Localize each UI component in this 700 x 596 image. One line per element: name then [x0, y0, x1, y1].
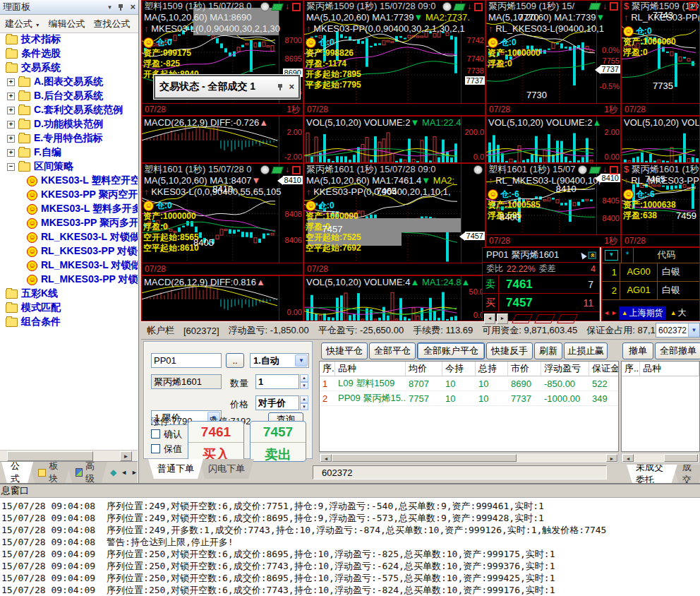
codes-row[interactable]: 1AG00白银 — [602, 263, 699, 282]
tree-folder[interactable]: 组合条件 — [0, 315, 138, 329]
tree-folder[interactable]: +C.套利交易系统范例 — [0, 103, 138, 117]
trade-status-dialog[interactable]: 交易状态 - 全部成交 1 × — [154, 75, 300, 99]
tree-expand-icon[interactable]: + — [7, 93, 15, 100]
sidebar-tab-板块[interactable]: 板块 — [29, 462, 71, 483]
tree-folder[interactable]: 五彩K线 — [0, 287, 138, 301]
checkbox[interactable] — [151, 444, 160, 453]
chart-panel[interactable]: 聚丙烯1509 (1秒) 15/MA(5,10,20,60) MA1:7739▼… — [485, 0, 621, 116]
sell-button[interactable]: 7457 卖出 — [250, 421, 306, 462]
chart-subpane[interactable]: MACD(26,12,9) DIFF:-0.726▲2.00-2.00 — [141, 116, 303, 163]
filter-icon[interactable]: ▼ — [605, 250, 618, 261]
tree-strategy[interactable]: ☺RL_KKES03-L 对锁做多塑 — [0, 230, 138, 244]
page-left-icon[interactable]: ◄ — [484, 314, 495, 324]
tree-strategy[interactable]: ☺KKES03-PP 聚丙空开空平 — [0, 188, 138, 202]
restore-icon[interactable] — [474, 3, 483, 11]
quote-buy-row[interactable]: 买 7457 11 — [483, 293, 599, 311]
quote-panel[interactable]: PP01 聚丙烯1601 » 委比 22.22% 委差 4 卖 7461 7 买… — [482, 247, 600, 321]
chart-panel[interactable]: 聚丙烯1601 (1秒) 15/07/28 09:0MA(5,10,20,60)… — [303, 163, 485, 275]
chevrons-up-icon[interactable]: » — [588, 251, 596, 258]
tab-shape[interactable] — [557, 314, 578, 323]
panel-dropdown-icon[interactable]: ▼ — [107, 4, 112, 11]
chart-subpane[interactable]: VOL(5,10,20) VOLUME:4▲ MA1:24.8▲50.00.0 — [303, 275, 485, 321]
tree-expand-icon[interactable]: + — [7, 121, 15, 129]
action-button-全部账户平仓[interactable]: 全部账户平仓 — [417, 342, 485, 359]
action-button-快捷平仓[interactable]: 快捷平仓 — [321, 342, 368, 359]
scroll-right-icon[interactable]: ► — [120, 451, 132, 461]
code-input[interactable] — [151, 353, 222, 368]
restore-icon[interactable] — [292, 3, 301, 11]
tree-expand-icon[interactable]: − — [7, 163, 15, 171]
tree-strategy[interactable]: ☺MKES03-L 塑料多开多平 — [0, 202, 138, 216]
scroll-left-icon[interactable]: ◄ — [622, 454, 634, 462]
send-down-icon[interactable]: ↓ — [285, 3, 289, 11]
close-icon[interactable]: × — [289, 83, 294, 90]
chart-panel[interactable]: 塑料1601 (1秒) 15/07↑ RL_MKES03-L(90400,10,… — [485, 163, 621, 247]
menu-edit-formula[interactable]: 编辑公式 — [49, 18, 85, 30]
tree-expand-icon[interactable]: + — [7, 149, 15, 157]
price-stepper[interactable]: ▲▼ — [300, 395, 308, 410]
tree-folder[interactable]: +E.专用特色指标 — [0, 131, 138, 145]
qty-stepper[interactable]: ▲▼ — [300, 374, 308, 389]
tree-folder[interactable]: +B.后台交易系统 — [0, 89, 138, 103]
chart-subpane[interactable]: VOL(5,10,20) VOLUME:2▼ MA1:22.4200.00.0 — [303, 116, 485, 163]
tree-folder[interactable]: +D.功能模块范例 — [0, 117, 138, 131]
codes-row[interactable]: 2AG01白银 — [602, 282, 699, 300]
positions-hscrollbar[interactable]: ◄ ► — [319, 453, 619, 463]
hand-icon[interactable] — [579, 251, 587, 259]
scroll-right-icon[interactable]: ► — [606, 454, 617, 462]
diamond-icon[interactable]: ◆ — [110, 467, 116, 477]
chart-subpane[interactable]: MACD(26,12,9) DIFF:0.816▲0.00 — [141, 275, 303, 321]
pending-hscrollbar[interactable]: ◄ — [621, 453, 700, 463]
chart-subpane[interactable]: VOL(5,10,20) VOLUME:2▲2.000.00 — [485, 116, 621, 163]
codes-table[interactable]: ▼*代码1AG00白银2AG01白银◄►▲上海期货▲大 — [601, 247, 700, 321]
tree-strategy[interactable]: ☺MKES03-PP 聚丙多开多平 — [0, 216, 138, 230]
action-button-刷新[interactable]: 刷新 — [534, 342, 562, 359]
scrollbar-thumb[interactable] — [7, 451, 93, 461]
send-down-icon[interactable]: ↓ — [285, 166, 289, 174]
tree-strategy[interactable]: ☺KKES03-L 塑料空开空平 — [0, 174, 138, 188]
account-select[interactable]: 602372 ▼ — [656, 323, 700, 338]
tree-expand-icon[interactable]: + — [7, 78, 15, 86]
pin-icon[interactable] — [277, 83, 284, 91]
qty-input[interactable] — [255, 374, 299, 389]
checkbox[interactable] — [151, 429, 160, 439]
sidebar-tab-公式[interactable]: 公式 — [1, 462, 33, 483]
nav-left-icon[interactable]: ◄ — [121, 469, 127, 476]
send-down-icon[interactable]: ↓ — [603, 3, 607, 11]
tree-folder[interactable]: −区间策略 — [0, 160, 138, 174]
action-button-快捷反手[interactable]: 快捷反手 — [486, 342, 533, 359]
chart-panel[interactable]: 聚丙烯1509 (1秒) 15/07/28 09:0MA(5,10,20,60)… — [303, 0, 485, 116]
tree-strategy[interactable]: ☺RL_KKES03-PP 对锁做多 — [0, 244, 138, 258]
chart-panel[interactable]: $ 聚丙烯1509 (1秒↑ RL_KKES03-PP(9☺仓:0资产:1000… — [621, 0, 700, 116]
restore-icon[interactable] — [610, 166, 618, 174]
order-tab-2[interactable]: 闪电下单 — [199, 459, 254, 479]
buy-button[interactable]: 7461 买入 — [188, 421, 244, 462]
tab-shape[interactable] — [534, 314, 555, 323]
tree-folder[interactable]: 条件选股 — [0, 47, 138, 61]
tree-strategy[interactable]: ☺RL_MKES03-L 对锁做空 — [0, 258, 138, 273]
action-button-全部平仓[interactable]: 全部平仓 — [369, 342, 416, 359]
tree-folder[interactable]: 技术指标 — [0, 32, 138, 47]
mode-select[interactable]: 1.自动 ▼ — [250, 353, 309, 368]
sidebar-tab-高级[interactable]: 高级 — [66, 462, 107, 483]
chart-subpane[interactable]: VOL(5,10,20) VOLU — [621, 116, 700, 163]
market-tab[interactable]: ▲大 — [668, 306, 689, 320]
browse-button[interactable]: .. — [226, 353, 244, 368]
close-icon[interactable]: × — [130, 4, 135, 11]
page-right-icon[interactable]: ► — [497, 314, 508, 324]
position-row[interactable]: 1L09 塑料1509870710108690-850.00522 — [320, 376, 618, 391]
tree-expand-icon[interactable]: + — [7, 107, 15, 114]
send-down-icon[interactable]: ↓ — [603, 166, 607, 174]
action-button-全部撤单[interactable]: 全部撤单 — [655, 342, 700, 359]
market-tab[interactable]: ▲上海期货 — [619, 306, 666, 320]
restore-icon[interactable] — [689, 2, 697, 11]
scroll-left-icon[interactable]: ◄ — [320, 454, 332, 462]
menu-find-formula[interactable]: 查找公式 — [94, 18, 131, 30]
scroll-left-icon[interactable]: ◄ — [603, 309, 610, 316]
tree-folder[interactable]: 交易系统 — [0, 61, 138, 75]
action-button-止损止赢[interactable]: 止损止赢 — [564, 342, 608, 359]
scroll-right-icon[interactable]: ► — [611, 309, 617, 316]
positions-table[interactable]: 序..品种均价今持总持市价浮动盈亏保证金1L09 塑料1509870710108… — [319, 361, 619, 452]
tree-expand-icon[interactable]: + — [7, 135, 15, 143]
chart-panel[interactable]: $ 聚丙烯1601 (1秒↑ RL_MKES03-PP(☺仓:-6资产:1000… — [621, 163, 700, 247]
